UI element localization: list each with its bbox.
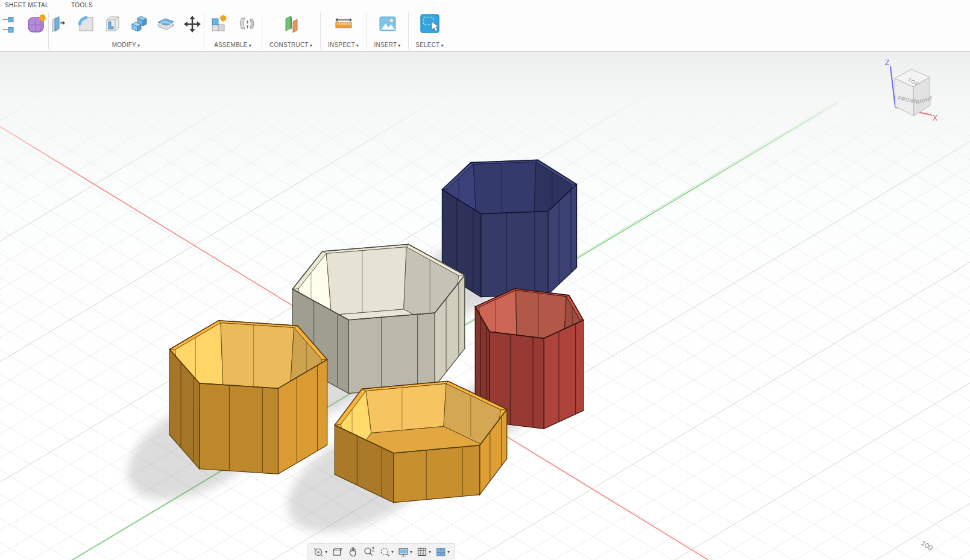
- thicken-icon[interactable]: [49, 13, 71, 35]
- shell-icon[interactable]: [102, 13, 124, 35]
- modify-menu[interactable]: MODIFY▾: [49, 42, 203, 48]
- construction-plane-icon[interactable]: [280, 13, 302, 35]
- toolbar-group-assemble: ASSEMBLE▾: [204, 12, 261, 49]
- toolbar-group-select: SELECT▾: [408, 12, 450, 49]
- scene-canvas[interactable]: 100 TOP FRONT RIGHT Z X: [0, 51, 970, 560]
- measure-icon[interactable]: [333, 13, 354, 35]
- viewcube[interactable]: TOP FRONT RIGHT Z X: [885, 58, 937, 122]
- tab-tools[interactable]: TOOLS: [71, 2, 93, 8]
- move-copy-icon[interactable]: [181, 13, 203, 35]
- partial-sketch-icon[interactable]: [0, 13, 21, 35]
- pan-button[interactable]: [347, 546, 359, 558]
- split-body-icon[interactable]: [155, 13, 177, 35]
- grid-and-snaps-button[interactable]: ▾: [417, 546, 431, 558]
- viewcube-x-axis-label: X: [933, 114, 937, 122]
- window-zoom-dropdown-caret[interactable]: ▾: [391, 549, 394, 555]
- tab-sheet-metal[interactable]: SHEET METAL: [5, 2, 49, 8]
- toolbar-group-create: [0, 12, 47, 49]
- new-component-icon[interactable]: [209, 13, 230, 35]
- workspace-tab-row: SHEET METAL TOOLS: [0, 0, 970, 11]
- hex-box-orange-front[interactable]: [335, 381, 507, 502]
- construct-menu[interactable]: CONSTRUCT▾: [262, 42, 320, 48]
- orbit-button[interactable]: ▾: [313, 546, 327, 558]
- hex-box-orange-left[interactable]: [169, 321, 327, 474]
- insert-menu[interactable]: INSERT▾: [367, 42, 408, 48]
- joint-icon[interactable]: [235, 13, 257, 35]
- assemble-menu[interactable]: ASSEMBLE▾: [204, 42, 261, 48]
- viewports-button[interactable]: ▾: [435, 546, 450, 558]
- orbit-dropdown-caret[interactable]: ▾: [325, 549, 327, 555]
- inspect-menu[interactable]: INSPECT▾: [321, 42, 366, 48]
- navigation-bar: ▾ ▾ ▾: [307, 543, 455, 560]
- look-at-button[interactable]: [332, 546, 343, 558]
- 3d-viewport[interactable]: 100 TOP FRONT RIGHT Z X: [0, 51, 970, 560]
- display-settings-dropdown-caret[interactable]: ▾: [410, 549, 412, 555]
- toolbar-group-inspect: INSPECT▾: [320, 12, 366, 49]
- fillet-icon[interactable]: [75, 13, 97, 35]
- window-zoom-button[interactable]: ▾: [379, 546, 394, 558]
- select-icon[interactable]: [419, 13, 441, 35]
- zoom-button[interactable]: [363, 546, 375, 558]
- create-form-icon[interactable]: [26, 13, 47, 35]
- viewports-dropdown-caret[interactable]: ▾: [447, 549, 450, 555]
- insert-image-icon[interactable]: [377, 13, 398, 35]
- combine-icon[interactable]: [128, 13, 150, 35]
- grid-dropdown-caret[interactable]: ▾: [429, 549, 431, 555]
- toolbar-group-construct: CONSTRUCT▾: [262, 12, 320, 49]
- select-menu[interactable]: SELECT▾: [409, 42, 450, 48]
- toolbar-group-insert: INSERT▾: [367, 12, 408, 49]
- toolbar: SHEET METAL TOOLS: [0, 0, 970, 52]
- display-settings-button[interactable]: ▾: [398, 546, 412, 558]
- viewcube-z-axis-label: Z: [885, 58, 889, 67]
- toolbar-group-modify: MODIFY▾: [48, 12, 203, 49]
